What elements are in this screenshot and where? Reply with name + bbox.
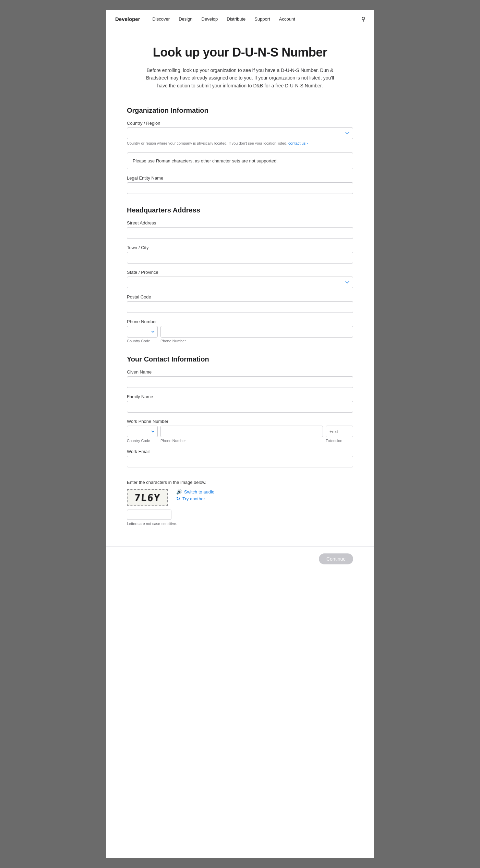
contact-section: Your Contact Information Given Name Fami… bbox=[127, 355, 353, 467]
nav-link-discover[interactable]: Discover bbox=[148, 10, 174, 28]
captcha-section: Enter the characters in the image below.… bbox=[127, 480, 353, 526]
legal-name-field-group: Legal Entity Name bbox=[127, 175, 353, 194]
street-input[interactable] bbox=[127, 227, 353, 239]
state-field-group: State / Province bbox=[127, 270, 353, 288]
audio-icon: 🔊 bbox=[176, 489, 182, 494]
work-phone-number-input[interactable] bbox=[160, 426, 323, 437]
captcha-row: 7L6Y 🔊 Switch to audio ↻ Try another bbox=[127, 489, 353, 506]
city-input[interactable] bbox=[127, 252, 353, 264]
work-country-code-label: Country Code bbox=[127, 439, 158, 443]
country-select-wrapper bbox=[127, 127, 353, 139]
try-another-link[interactable]: ↻ Try another bbox=[176, 496, 214, 501]
captcha-case-note: Letters are not case-sensitive. bbox=[127, 522, 353, 526]
contact-section-title: Your Contact Information bbox=[127, 355, 353, 363]
extension-label: Extension bbox=[326, 439, 353, 443]
given-name-label: Given Name bbox=[127, 369, 353, 375]
nav-link-support[interactable]: Support bbox=[250, 10, 274, 28]
org-section-title: Organization Information bbox=[127, 107, 353, 114]
phone-code-select[interactable] bbox=[127, 326, 158, 338]
hq-section: Headquarters Address Street Address Town… bbox=[127, 206, 353, 343]
hq-section-title: Headquarters Address bbox=[127, 206, 353, 214]
country-code-label: Country Code bbox=[127, 339, 158, 343]
postal-field-group: Postal Code bbox=[127, 294, 353, 313]
work-email-field-group: Work Email bbox=[127, 449, 353, 467]
postal-label: Postal Code bbox=[127, 294, 353, 299]
switch-audio-link[interactable]: 🔊 Switch to audio bbox=[176, 489, 214, 494]
work-phone-field-group: Work Phone Number Country Code Phone Num… bbox=[127, 419, 353, 443]
refresh-icon: ↻ bbox=[176, 496, 180, 501]
work-email-input[interactable] bbox=[127, 456, 353, 467]
work-email-label: Work Email bbox=[127, 449, 353, 454]
nav-logo-text: Developer bbox=[115, 16, 140, 22]
roman-notice-box: Please use Roman characters, as other ch… bbox=[127, 152, 353, 170]
state-label: State / Province bbox=[127, 270, 353, 275]
captcha-label: Enter the characters in the image below. bbox=[127, 480, 353, 485]
captcha-text: 7L6Y bbox=[134, 492, 161, 503]
postal-input[interactable] bbox=[127, 301, 353, 313]
continue-button[interactable]: Continue bbox=[319, 553, 353, 564]
org-info-section: Organization Information Country / Regio… bbox=[127, 107, 353, 194]
nav-logo[interactable]: Developer bbox=[113, 16, 140, 22]
country-field-group: Country / Region Country or region where… bbox=[127, 121, 353, 146]
family-name-field-group: Family Name bbox=[127, 394, 353, 413]
phone-row bbox=[127, 326, 353, 338]
city-label: Town / City bbox=[127, 245, 353, 250]
work-phone-row bbox=[127, 426, 353, 437]
work-phone-labels: Country Code Phone Number Extension bbox=[127, 439, 353, 443]
work-phone-code-select[interactable] bbox=[127, 426, 158, 437]
legal-name-input[interactable] bbox=[127, 182, 353, 194]
nav-link-distribute[interactable]: Distribute bbox=[223, 10, 250, 28]
nav-links: Discover Design Develop Distribute Suppo… bbox=[148, 10, 360, 28]
family-name-input[interactable] bbox=[127, 401, 353, 413]
phone-label: Phone Number bbox=[127, 319, 353, 324]
country-label: Country / Region bbox=[127, 121, 353, 126]
captcha-input[interactable] bbox=[127, 510, 171, 520]
phone-number-label: Phone Number bbox=[160, 339, 353, 343]
phone-number-input[interactable] bbox=[160, 326, 353, 338]
family-name-label: Family Name bbox=[127, 394, 353, 399]
main-content: Look up your D-U-N-S Number Before enrol… bbox=[106, 28, 374, 546]
nav-link-account[interactable]: Account bbox=[275, 10, 299, 28]
nav-bar: Developer Discover Design Develop Distri… bbox=[106, 10, 374, 28]
try-another-label: Try another bbox=[182, 496, 205, 501]
state-select[interactable] bbox=[127, 277, 353, 288]
country-select[interactable] bbox=[127, 127, 353, 139]
phone-labels: Country Code Phone Number bbox=[127, 339, 353, 343]
work-phone-label: Work Phone Number bbox=[127, 419, 353, 424]
given-name-field-group: Given Name bbox=[127, 369, 353, 388]
nav-link-develop[interactable]: Develop bbox=[197, 10, 222, 28]
switch-audio-label: Switch to audio bbox=[184, 489, 214, 494]
contact-us-link[interactable]: contact us › bbox=[288, 141, 308, 145]
street-field-group: Street Address bbox=[127, 220, 353, 239]
form-footer: Continue bbox=[106, 546, 374, 578]
state-select-wrapper bbox=[127, 277, 353, 288]
country-helper: Country or region where your company is … bbox=[127, 141, 353, 146]
legal-name-label: Legal Entity Name bbox=[127, 175, 353, 181]
work-phone-ext-input[interactable] bbox=[326, 426, 353, 437]
captcha-input-row: Letters are not case-sensitive. bbox=[127, 510, 353, 526]
work-phone-num-label: Phone Number bbox=[160, 439, 323, 443]
phone-field-group: Phone Number Country Code Phone Number bbox=[127, 319, 353, 343]
search-icon[interactable]: ⚲ bbox=[360, 14, 367, 24]
given-name-input[interactable] bbox=[127, 376, 353, 388]
captcha-options: 🔊 Switch to audio ↻ Try another bbox=[176, 489, 214, 501]
captcha-image: 7L6Y bbox=[127, 489, 168, 506]
street-label: Street Address bbox=[127, 220, 353, 225]
roman-notice-text: Please use Roman characters, as other ch… bbox=[133, 158, 347, 164]
page-title: Look up your D-U-N-S Number bbox=[127, 45, 353, 60]
city-field-group: Town / City bbox=[127, 245, 353, 264]
page-description: Before enrolling, look up your organizat… bbox=[141, 66, 339, 89]
nav-link-design[interactable]: Design bbox=[175, 10, 196, 28]
